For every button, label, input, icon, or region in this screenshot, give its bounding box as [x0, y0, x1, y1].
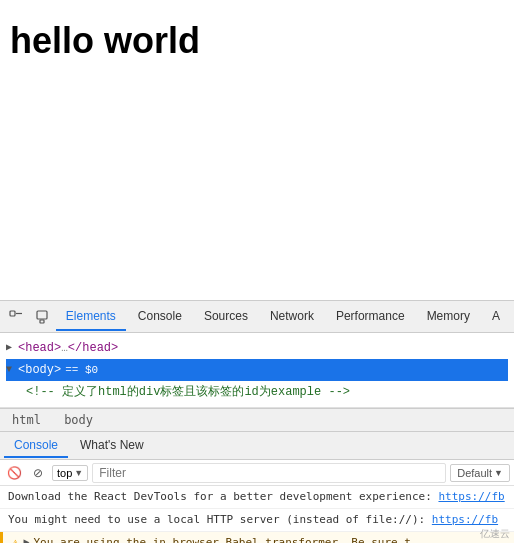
console-filter-input[interactable]	[92, 463, 446, 483]
breadcrumb: html body	[0, 408, 514, 432]
console-message-babel-warning: ⚠ ▶ You are using the in-browser Babel t…	[0, 532, 514, 543]
triangle-icon: ▶	[6, 339, 18, 357]
device-toolbar-icon[interactable]	[30, 305, 54, 329]
console-message-react-devtools: Download the React DevTools for a better…	[0, 486, 514, 509]
expand-warning-icon[interactable]: ▶	[23, 535, 29, 543]
elements-row-body[interactable]: ▼ <body> == $0	[6, 359, 508, 381]
svg-rect-0	[10, 311, 15, 316]
console-tab-whatsnew[interactable]: What's New	[70, 434, 154, 458]
console-tab-console[interactable]: Console	[4, 434, 68, 458]
warning-icon: ⚠	[11, 535, 19, 543]
main-page-area: hello world	[0, 0, 514, 300]
console-messages[interactable]: Download the React DevTools for a better…	[0, 486, 514, 543]
log-level-label: Default	[457, 467, 492, 479]
message-text-3: You are using the in-browser Babel trans…	[33, 535, 417, 543]
tab-more[interactable]: A	[482, 303, 510, 331]
elements-row-head[interactable]: ▶ <head> … </head>	[6, 337, 508, 359]
tab-network[interactable]: Network	[260, 303, 324, 331]
body-tag: <body>	[18, 361, 61, 379]
head-ellipsis: …	[61, 339, 68, 357]
breadcrumb-sep	[49, 413, 56, 427]
local-server-link[interactable]: https://fb	[432, 513, 498, 526]
triangle-body-icon: ▼	[6, 361, 18, 379]
tab-memory[interactable]: Memory	[417, 303, 480, 331]
tab-performance[interactable]: Performance	[326, 303, 415, 331]
breadcrumb-html[interactable]: html	[8, 412, 45, 428]
html-comment: <!-- 定义了html的div标签且该标签的id为example -->	[26, 383, 350, 401]
head-tag: <head>	[18, 339, 61, 357]
message-text-1: Download the React DevTools for a better…	[8, 489, 505, 505]
react-devtools-link[interactable]: https://fb	[438, 490, 504, 503]
hello-world-heading: hello world	[10, 20, 504, 62]
console-message-local-server: You might need to use a local HTTP serve…	[0, 509, 514, 532]
log-level-selector[interactable]: Default ▼	[450, 464, 510, 482]
context-label: top	[57, 467, 72, 479]
svg-rect-3	[40, 320, 44, 323]
watermark: 亿速云	[480, 527, 510, 541]
clear-console-icon[interactable]: 🚫	[4, 463, 24, 483]
context-selector[interactable]: top ▼	[52, 465, 88, 481]
head-close-tag: </head>	[68, 339, 118, 357]
inspect-element-icon[interactable]	[4, 305, 28, 329]
preserve-log-icon[interactable]: ⊘	[28, 463, 48, 483]
console-filter-row: 🚫 ⊘ top ▼ Default ▼	[0, 460, 514, 486]
body-id-marker: == $0	[65, 361, 98, 379]
console-toolbar: Console What's New	[0, 432, 514, 460]
tab-sources[interactable]: Sources	[194, 303, 258, 331]
log-level-dropdown-icon: ▼	[494, 468, 503, 478]
breadcrumb-body[interactable]: body	[60, 412, 97, 428]
tab-console[interactable]: Console	[128, 303, 192, 331]
message-text-2: You might need to use a local HTTP serve…	[8, 512, 498, 528]
context-dropdown-icon: ▼	[74, 468, 83, 478]
svg-rect-2	[37, 311, 47, 319]
devtools-tab-bar: Elements Console Sources Network Perform…	[0, 301, 514, 333]
tab-elements[interactable]: Elements	[56, 303, 126, 331]
elements-row-comment[interactable]: <!-- 定义了html的div标签且该标签的id为example -->	[6, 381, 508, 403]
devtools-panel: Elements Console Sources Network Perform…	[0, 300, 514, 543]
elements-panel: ▶ <head> … </head> ▼ <body> == $0 <!-- 定…	[0, 333, 514, 408]
